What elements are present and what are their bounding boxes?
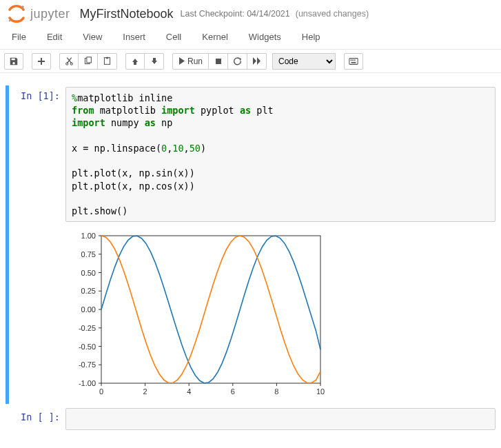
- notebook-container: In [1]: %matplotlib inline from matplotl…: [0, 73, 501, 440]
- run-button[interactable]: Run: [172, 53, 209, 70]
- svg-rect-5: [87, 57, 92, 63]
- code-cell[interactable]: In [ ]:: [6, 407, 495, 431]
- unsaved-indicator: (unsaved changes): [296, 9, 369, 19]
- svg-rect-8: [216, 59, 221, 64]
- restart-button[interactable]: [228, 53, 247, 70]
- output-plot: 0246810-1.00-0.75-0.50-0.250.000.250.500…: [65, 229, 327, 403]
- svg-text:2: 2: [143, 387, 147, 396]
- stop-icon: [215, 58, 222, 65]
- code-input[interactable]: [65, 408, 495, 430]
- move-down-button[interactable]: [145, 53, 164, 70]
- code-cell[interactable]: In [1]: %matplotlib inline from matplotl…: [6, 85, 495, 404]
- menu-edit[interactable]: Edit: [37, 28, 72, 46]
- svg-text:0.00: 0.00: [81, 305, 96, 314]
- input-prompt: In [ ]:: [9, 408, 65, 430]
- svg-text:10: 10: [316, 387, 325, 396]
- svg-text:0.75: 0.75: [81, 250, 96, 258]
- svg-text:-1.00: -1.00: [79, 379, 96, 387]
- svg-text:8: 8: [274, 387, 278, 396]
- input-prompt: In [1]:: [9, 87, 65, 403]
- command-palette-button[interactable]: [344, 53, 363, 70]
- notebook-title[interactable]: MyFirstNotebook: [80, 7, 174, 21]
- svg-text:0.25: 0.25: [81, 287, 96, 295]
- svg-text:-0.50: -0.50: [79, 343, 96, 351]
- svg-rect-9: [349, 58, 358, 64]
- restart-run-all-button[interactable]: [247, 53, 267, 70]
- svg-point-0: [21, 6, 24, 8]
- svg-point-3: [70, 63, 72, 65]
- menu-kernel[interactable]: Kernel: [192, 28, 238, 46]
- save-button[interactable]: [4, 53, 23, 70]
- fast-forward-icon: [252, 57, 261, 65]
- menu-insert[interactable]: Insert: [112, 28, 156, 46]
- menu-cell[interactable]: Cell: [156, 28, 192, 46]
- svg-text:0: 0: [99, 387, 103, 396]
- jupyter-brand[interactable]: jupyter: [30, 7, 70, 21]
- code-input[interactable]: %matplotlib inline from matplotlib impor…: [65, 87, 495, 222]
- svg-point-1: [9, 20, 11, 22]
- keyboard-icon: [349, 57, 358, 65]
- checkpoint-info: Last Checkpoint: 04/14/2021: [181, 9, 290, 19]
- copy-icon: [83, 57, 92, 65]
- interrupt-button[interactable]: [209, 53, 228, 70]
- svg-text:0.50: 0.50: [81, 269, 96, 277]
- svg-rect-7: [106, 57, 108, 59]
- arrow-down-icon: [150, 57, 159, 65]
- arrow-up-icon: [131, 57, 139, 65]
- svg-rect-12: [354, 59, 356, 61]
- svg-text:-0.75: -0.75: [79, 360, 96, 369]
- save-icon: [9, 57, 19, 66]
- cell-type-select[interactable]: CodeMarkdownRaw NBConvertHeading-: [272, 53, 336, 70]
- move-up-button[interactable]: [125, 53, 145, 70]
- menu-help[interactable]: Help: [292, 28, 331, 46]
- svg-rect-10: [351, 59, 352, 61]
- header-bar: jupyter MyFirstNotebook Last Checkpoint:…: [0, 0, 501, 26]
- svg-rect-14: [101, 236, 320, 383]
- svg-rect-13: [351, 61, 356, 63]
- add-cell-button[interactable]: [32, 53, 51, 70]
- toolbar: Run CodeMarkdownRaw NBConvertHeading-: [0, 50, 501, 73]
- menu-file[interactable]: File: [1, 28, 37, 46]
- paste-icon: [103, 57, 112, 65]
- svg-rect-11: [352, 59, 354, 61]
- menu-view[interactable]: View: [72, 28, 112, 46]
- menu-bar: FileEditViewInsertCellKernelWidgetsHelp: [0, 26, 501, 50]
- jupyter-logo-icon[interactable]: [7, 4, 26, 23]
- svg-point-2: [65, 63, 68, 65]
- svg-text:6: 6: [231, 387, 235, 396]
- cell-output: 0246810-1.00-0.75-0.50-0.250.000.250.500…: [65, 222, 495, 403]
- restart-icon: [233, 57, 242, 65]
- svg-text:1.00: 1.00: [81, 232, 96, 240]
- svg-text:4: 4: [187, 387, 191, 396]
- plus-icon: [37, 57, 45, 65]
- svg-text:-0.25: -0.25: [79, 324, 96, 332]
- cut-icon: [65, 57, 74, 65]
- cut-button[interactable]: [59, 53, 79, 70]
- play-icon: [178, 57, 185, 65]
- copy-button[interactable]: [79, 53, 98, 70]
- paste-button[interactable]: [98, 53, 117, 70]
- menu-widgets[interactable]: Widgets: [238, 28, 292, 46]
